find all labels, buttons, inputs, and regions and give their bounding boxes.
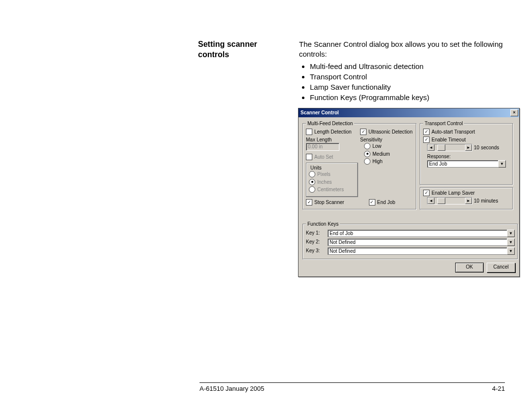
lamp-group: Enable Lamp Saver ◄► 10 minutes	[420, 187, 513, 210]
key1-dropdown[interactable]: End of Job▼	[328, 230, 515, 237]
timeout-slider[interactable]: ◄► 10 seconds	[427, 144, 510, 151]
ultrasonic-checkbox[interactable]: Ultrasonic Detection	[360, 129, 412, 136]
timeout-unit: seconds	[481, 144, 499, 151]
length-detection-checkbox[interactable]: Length Detection	[306, 129, 358, 136]
units-centimeters-radio[interactable]: Centimeters	[309, 186, 355, 193]
auto-set-checkbox: Auto Set	[306, 154, 358, 161]
lamp-unit: minutes	[481, 198, 498, 205]
chevron-down-icon[interactable]: ▼	[507, 239, 515, 246]
multifeed-group: Multi-Feed Detection Length Detection Ma…	[302, 120, 417, 210]
end-job-checkbox[interactable]: End Job	[369, 199, 396, 206]
response-dropdown[interactable]: End Job ▼	[427, 160, 506, 168]
response-label: Response:	[427, 153, 510, 160]
units-legend: Units	[309, 165, 323, 171]
units-pixels-radio[interactable]: Pixels	[309, 171, 355, 178]
sensitivity-label: Sensitivity	[360, 137, 412, 143]
transport-legend: Transport Control	[423, 120, 464, 127]
footer-page-number: 4-21	[492, 385, 505, 392]
close-icon[interactable]: ×	[510, 109, 518, 116]
function-key-row: Key 2: Not Defined▼	[306, 239, 515, 246]
transport-group: Transport Control Auto-start Transport E…	[420, 120, 513, 185]
bullet-item: Transport Control	[310, 72, 520, 82]
function-key-row: Key 3: Not Defined▼	[306, 247, 515, 255]
footer-doc-id: A-61510 January 2005	[200, 385, 265, 392]
scanner-control-dialog: Scanner Control × Multi-Feed Detection	[298, 108, 520, 277]
lamp-slider[interactable]: ◄► 10 minutes	[427, 197, 510, 205]
auto-start-checkbox[interactable]: Auto-start Transport	[423, 129, 510, 136]
sensitivity-high-radio[interactable]: High	[364, 158, 412, 165]
key2-dropdown[interactable]: Not Defined▼	[328, 239, 515, 246]
key3-dropdown[interactable]: Not Defined▼	[328, 247, 515, 255]
page-footer: A-61510 January 2005 4-21	[200, 382, 505, 392]
function-keys-legend: Function Keys	[306, 221, 340, 228]
enable-timeout-checkbox[interactable]: Enable Timeout	[423, 137, 510, 143]
enable-lamp-checkbox[interactable]: Enable Lamp Saver	[423, 190, 510, 197]
units-inches-radio[interactable]: Inches	[309, 179, 355, 186]
bullet-item: Lamp Saver functionality	[310, 82, 520, 92]
ok-button[interactable]: OK	[455, 263, 484, 273]
multifeed-legend: Multi-Feed Detection	[306, 120, 354, 127]
sensitivity-low-radio[interactable]: Low	[364, 143, 412, 150]
bullet-item: Multi-feed and Ultrasonic detection	[310, 62, 520, 71]
intro-text: The Scanner Control dialog box allows yo…	[299, 39, 520, 60]
cancel-button[interactable]: Cancel	[487, 263, 515, 273]
bullet-item: Function Keys (Programmable keys)	[310, 93, 520, 103]
section-heading: Setting scanner controls	[198, 39, 279, 277]
lamp-value: 10	[474, 198, 479, 205]
function-key-row: Key 1: End of Job▼	[306, 230, 515, 237]
dialog-titlebar[interactable]: Scanner Control ×	[299, 108, 519, 117]
stop-scanner-checkbox[interactable]: Stop Scanner	[306, 199, 344, 206]
chevron-down-icon[interactable]: ▼	[507, 247, 515, 255]
chevron-down-icon[interactable]: ▼	[498, 160, 506, 168]
units-group: Units Pixels Inches Centimeters	[306, 163, 358, 197]
timeout-value: 10	[474, 144, 479, 151]
dialog-title: Scanner Control	[300, 109, 339, 116]
sensitivity-medium-radio[interactable]: Medium	[364, 151, 412, 158]
max-length-label: Max Length	[306, 137, 358, 143]
max-length-field: 0.00 in	[306, 143, 339, 151]
function-keys-group: Function Keys Key 1: End of Job▼ Key 2: …	[302, 221, 518, 260]
chevron-down-icon[interactable]: ▼	[507, 230, 515, 237]
